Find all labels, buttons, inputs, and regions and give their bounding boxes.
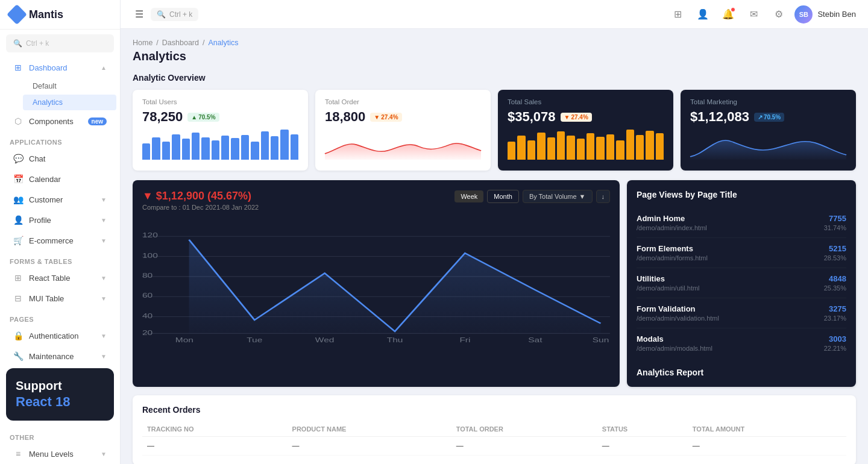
search-icon: 🔍 (13, 39, 22, 48)
avatar: SB (794, 5, 813, 24)
svg-text:Tue: Tue (247, 336, 262, 343)
total-sales-card: Total Sales $35,078 ▼ 27.4% (498, 90, 673, 171)
svg-text:40: 40 (142, 312, 153, 319)
bar (231, 138, 239, 160)
pv-item-2: Utilities /demo/admin/util.html 4848 25.… (637, 268, 846, 298)
header-right: ⊞ 👤 🔔 ✉ ⚙ SB Stebin Ben (668, 5, 856, 24)
forms-tables-label: Forms & Tables (0, 251, 120, 268)
chevron-down-icon-2: ▼ (101, 217, 107, 224)
bar (251, 142, 259, 160)
sidebar-item-ecommerce[interactable]: 🛒 E-commerce ▼ (4, 231, 116, 250)
total-marketing-chart (690, 130, 846, 160)
sidebar-item-customer[interactable]: 👥 Customer ▼ (4, 190, 116, 209)
content-area: Home / Dashboard / Analytics Analytics A… (121, 29, 868, 464)
svg-text:Mon: Mon (175, 336, 193, 343)
svg-text:Fri: Fri (459, 336, 470, 343)
logo-icon (7, 4, 27, 25)
chevron-down-icon-3: ▼ (101, 237, 107, 244)
chevron-down-icon-6: ▼ (101, 333, 107, 339)
breadcrumb-dashboard[interactable]: Dashboard (162, 39, 199, 47)
total-users-label: Total Users (142, 98, 298, 105)
chevron-down-icon: ▼ (101, 196, 107, 203)
svg-text:Wed: Wed (315, 336, 335, 343)
bar (527, 140, 535, 160)
income-compare: Compare to : 01 Dec 2021-08 Jan 2022 (142, 204, 259, 211)
apps-button[interactable]: ⊞ (668, 5, 687, 24)
bar (577, 139, 585, 160)
mail-button[interactable]: ✉ (744, 5, 763, 24)
sidebar-item-maintenance[interactable]: 🔧 Maintenance ▼ (4, 346, 116, 366)
page-views-title: Page Views by Page Title (637, 190, 846, 199)
sidebar-item-react-table[interactable]: ⊞ React Table ▼ (4, 268, 116, 287)
month-button[interactable]: Month (487, 190, 519, 203)
support-title: Support React 18 (16, 378, 104, 411)
total-order-value: 18,800 ▼ 27.4% (325, 109, 481, 125)
header-search[interactable]: 🔍 Ctrl + k (151, 8, 198, 21)
sidebar-item-chat[interactable]: 💬 Chat (4, 149, 116, 168)
notifications-button[interactable]: 🔔 (719, 5, 738, 24)
bar (261, 131, 269, 160)
svg-text:Thu: Thu (387, 336, 403, 343)
col-total-amount: Total Amount (688, 422, 846, 437)
total-order-chart (325, 130, 481, 160)
bar (616, 140, 624, 160)
bar (172, 134, 180, 160)
week-button[interactable]: Week (454, 190, 483, 202)
chevron-down-icon-7: ▼ (101, 353, 107, 360)
col-tracking: Tracking No (142, 422, 288, 437)
breadcrumb-home[interactable]: Home (133, 39, 153, 47)
svg-text:Sat: Sat (528, 336, 542, 343)
sidebar: Mantis 🔍 Ctrl + k ⊞ Dashboard ▲ Default … (0, 0, 121, 464)
total-sales-label: Total Sales (508, 98, 664, 105)
page-title: Analytics (133, 49, 856, 63)
sidebar-search[interactable]: 🔍 Ctrl + k (6, 34, 114, 52)
table-icon: ⊞ (13, 273, 23, 283)
sidebar-item-authentication[interactable]: 🔒 Authentication ▼ (4, 326, 116, 345)
list-icon: ≡ (13, 449, 23, 459)
income-controls: Week Month By Total Volume ▼ ↓ (454, 190, 610, 203)
support-card: Support React 18 (6, 368, 114, 421)
svg-text:20: 20 (142, 329, 153, 336)
total-marketing-label: Total Marketing (690, 98, 846, 105)
user-profile-area[interactable]: SB Stebin Ben (794, 5, 856, 24)
sidebar-item-components[interactable]: ⬡ Components new (4, 111, 116, 131)
sidebar-item-mui-table[interactable]: ⊟ MUI Table ▼ (4, 289, 116, 308)
bar (596, 137, 604, 160)
bar (656, 133, 664, 160)
table-row: — — — — — (142, 437, 846, 456)
sidebar-item-default[interactable]: Default (23, 78, 116, 94)
volume-select[interactable]: By Total Volume ▼ (523, 190, 593, 203)
income-overview-card: ▼ $1,12,900 (45.67%) Compare to : 01 Dec… (133, 180, 620, 387)
lock-icon: 🔒 (13, 331, 23, 340)
col-total-order: Total Order (451, 422, 597, 437)
col-status: Status (597, 422, 688, 437)
chevron-down-icon-8: ▼ (101, 451, 107, 457)
total-marketing-value: $1,12,083 ↗ 70.5% (690, 109, 846, 125)
sidebar-item-dashboard[interactable]: ⊞ Dashboard ▲ (4, 58, 116, 77)
sidebar-item-menu-levels[interactable]: ≡ Menu Levels ▼ (4, 444, 116, 463)
settings-button[interactable]: ⚙ (769, 5, 788, 24)
total-sales-value: $35,078 ▼ 27.4% (508, 109, 664, 125)
svg-text:Sun: Sun (593, 336, 609, 343)
dashboard-icon: ⊞ (13, 63, 23, 72)
cart-icon: 🛒 (13, 236, 23, 245)
bar (212, 140, 219, 160)
user-switch-button[interactable]: 👤 (693, 5, 712, 24)
page-views-card: Page Views by Page Title Admin Home /dem… (627, 180, 856, 387)
bar (606, 134, 614, 160)
sidebar-item-analytics[interactable]: Analytics (23, 95, 116, 110)
tool-icon: 🔧 (13, 351, 23, 361)
sidebar-item-calendar[interactable]: 📅 Calendar (4, 169, 116, 189)
breadcrumb-current: Analytics (208, 39, 238, 47)
sidebar-item-profile[interactable]: 👤 Profile ▼ (4, 210, 116, 230)
download-button[interactable]: ↓ (596, 190, 611, 203)
menu-toggle-button[interactable]: ☰ (133, 6, 146, 22)
bar (291, 134, 298, 160)
bar (587, 133, 594, 160)
users-icon: 👥 (13, 195, 23, 204)
svg-text:80: 80 (142, 272, 153, 279)
sidebar-logo: Mantis (0, 0, 120, 30)
svg-text:120: 120 (142, 232, 158, 239)
new-badge: new (88, 118, 107, 125)
chevron-down-icon-4: ▼ (101, 275, 107, 281)
